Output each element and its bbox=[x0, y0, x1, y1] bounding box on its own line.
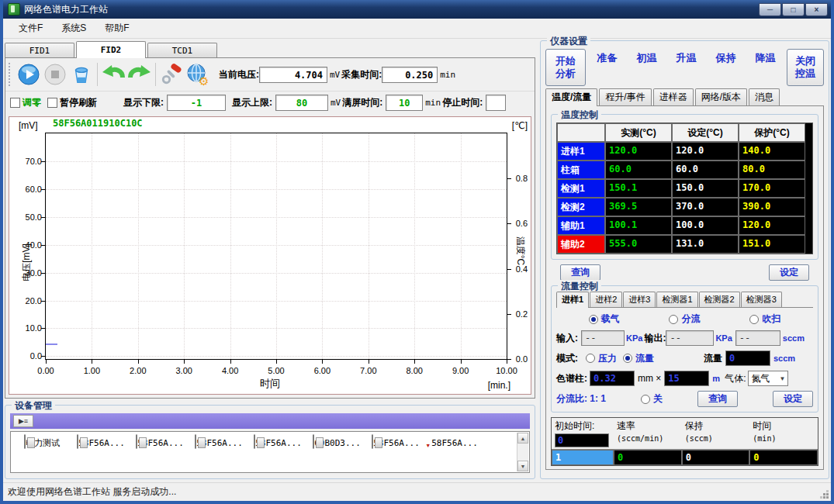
device-list-scrollbar[interactable]: ▲ ▼ bbox=[517, 433, 528, 471]
instrument-icon bbox=[313, 434, 314, 449]
tab-tcd1[interactable]: TCD1 bbox=[147, 43, 217, 57]
flow-query-button[interactable]: 查询 bbox=[697, 391, 738, 407]
device-item[interactable]: 电力测试 bbox=[12, 435, 71, 449]
flow-mode-radio[interactable] bbox=[623, 354, 632, 363]
stop-acquisition-icon[interactable] bbox=[42, 61, 68, 88]
flow-tab-detector3[interactable]: 检测器3 bbox=[741, 292, 782, 307]
detector-page: ⚙ 当前电压: 4.704 mV 采集时间: 0.250 min 调零 暂停刷新… bbox=[5, 57, 535, 399]
chart-gridline bbox=[92, 133, 92, 359]
pause-refresh-label: 暂停刷新 bbox=[60, 96, 97, 109]
resize-grip[interactable] bbox=[826, 496, 829, 499]
x-tick-mark bbox=[46, 360, 47, 364]
table-row[interactable]: 柱箱 60.0 60.0 80.0 bbox=[557, 161, 812, 179]
sample-time-field: 0.250 bbox=[382, 67, 438, 83]
maximize-button[interactable]: □ bbox=[782, 3, 805, 16]
temp-query-button[interactable]: 查询 bbox=[560, 264, 600, 281]
table-row[interactable]: 检测1 150.1 150.0 170.0 bbox=[557, 179, 812, 198]
carrier-gas-radio[interactable] bbox=[589, 315, 598, 324]
device-item[interactable]: 58F56A... bbox=[189, 435, 248, 449]
chart-plot: 0.001.002.003.004.005.006.007.008.009.00… bbox=[45, 133, 507, 360]
upper-limit-field[interactable]: 80 bbox=[275, 95, 328, 111]
input-label: 输入: bbox=[556, 332, 578, 345]
column-diameter-field[interactable]: 0.32 bbox=[590, 371, 635, 386]
gas-dropdown[interactable]: 氮气 ▼ bbox=[748, 371, 788, 386]
pressure-mode-radio[interactable] bbox=[586, 354, 595, 363]
initial-time-field[interactable]: 0 bbox=[555, 433, 609, 447]
menu-bar: 文件F 系统S 帮助F bbox=[3, 19, 831, 39]
stop-time-label: 停止时间: bbox=[442, 96, 483, 109]
table-row[interactable]: 辅助2 555.0 131.0 151.0 bbox=[557, 235, 812, 254]
flow-setpoint-field[interactable]: 0 bbox=[725, 350, 770, 366]
zero-checkbox[interactable] bbox=[10, 98, 20, 108]
lower-limit-field[interactable]: -1 bbox=[167, 95, 226, 111]
tab-fid1[interactable]: FID1 bbox=[5, 43, 74, 57]
chart-gridline bbox=[276, 133, 277, 359]
tab-program-events[interactable]: 程升/事件 bbox=[599, 88, 651, 105]
table-row[interactable]: 进样1 120.0 120.0 140.0 bbox=[557, 142, 812, 161]
tab-network-version[interactable]: 网络/版本 bbox=[695, 88, 747, 105]
device-item[interactable]: 58F56A... bbox=[71, 435, 130, 449]
flow-tab-inlet2[interactable]: 进样2 bbox=[590, 292, 622, 307]
tab-temp-flow[interactable]: 温度/流量 bbox=[545, 88, 597, 106]
x-tick-mark bbox=[276, 360, 277, 364]
undo-arrow-icon[interactable] bbox=[100, 61, 126, 88]
x-tick-mark bbox=[322, 360, 323, 364]
hold-temp-label: 保持 bbox=[716, 52, 736, 64]
tab-fid2[interactable]: FID2 bbox=[76, 41, 146, 58]
right-tick-label: 0.6 bbox=[516, 219, 528, 228]
flow-tab-detector2[interactable]: 检测器2 bbox=[699, 292, 740, 307]
x-tick-label: 8.00 bbox=[406, 366, 422, 375]
start-analysis-button[interactable]: 开始 分析 bbox=[545, 49, 586, 86]
table-row[interactable]: 检测2 369.5 370.0 390.0 bbox=[557, 198, 812, 216]
device-item[interactable]: 60B0D3... bbox=[307, 435, 366, 449]
menu-help[interactable]: 帮助F bbox=[97, 19, 137, 37]
output-label: 输出: bbox=[644, 332, 666, 345]
tab-injector[interactable]: 进样器 bbox=[653, 88, 694, 105]
split-radio[interactable] bbox=[669, 315, 678, 324]
pause-refresh-checkbox[interactable] bbox=[47, 98, 57, 108]
device-item[interactable]: 58F56A... bbox=[248, 435, 307, 449]
chevron-down-icon: ▼ bbox=[780, 375, 786, 382]
minimize-button[interactable]: ─ bbox=[759, 3, 781, 16]
close-button[interactable]: × bbox=[805, 3, 828, 16]
device-manager-group: 设备管理 ▶≡ 电力测试 58F56A... 58F56A... 58F56A.… bbox=[5, 405, 535, 479]
network-settings-icon[interactable]: ⚙ bbox=[185, 61, 211, 88]
redo-arrow-icon[interactable] bbox=[126, 61, 153, 88]
ramp-data-row[interactable]: 1 0 0 0 bbox=[552, 450, 818, 465]
detector-tabstrip: FID1 FID2 TCD1 bbox=[5, 40, 535, 57]
measured-flow-field: -- bbox=[735, 330, 780, 346]
scroll-up-icon[interactable]: ▲ bbox=[517, 433, 528, 444]
table-row[interactable]: 辅助1 100.1 100.0 120.0 bbox=[557, 216, 812, 235]
flow-tabstrip: 进样1 进样2 进样3 检测器1 检测器2 检测器3 bbox=[556, 292, 813, 308]
clear-bucket-icon[interactable] bbox=[68, 61, 95, 88]
menu-system[interactable]: 系统S bbox=[54, 19, 94, 37]
device-item[interactable]: 58F56A... bbox=[130, 435, 189, 449]
ready-label: 准备 bbox=[597, 52, 618, 64]
tools-wrench-icon[interactable] bbox=[158, 61, 185, 88]
menu-file[interactable]: 文件F bbox=[11, 19, 50, 37]
flow-set-button[interactable]: 设定 bbox=[773, 391, 813, 407]
scroll-down-icon[interactable]: ▼ bbox=[517, 461, 528, 471]
output-pressure-field: -- bbox=[666, 330, 714, 346]
off-radio[interactable] bbox=[641, 395, 650, 404]
tab-messages[interactable]: 消息 bbox=[749, 88, 780, 105]
temp-set-button[interactable]: 设定 bbox=[769, 264, 809, 281]
fullscreen-time-field[interactable]: 10 bbox=[386, 95, 423, 111]
device-item[interactable]: 58F56A... bbox=[366, 435, 425, 449]
flow-tab-inlet1[interactable]: 进样1 bbox=[556, 292, 589, 308]
stop-time-field[interactable] bbox=[486, 95, 506, 111]
split-ratio-label: 分流比: 1: 1 bbox=[556, 392, 606, 406]
device-list-button[interactable]: ▶≡ bbox=[13, 415, 33, 427]
close-temp-control-button[interactable]: 关闭 控温 bbox=[787, 49, 824, 86]
device-item[interactable]: 58F56A... bbox=[425, 435, 484, 449]
column-length-field[interactable]: 15 bbox=[664, 371, 709, 386]
flow-tab-inlet3[interactable]: 进样3 bbox=[623, 292, 656, 307]
x-tick-mark bbox=[414, 360, 415, 364]
fullscreen-time-label: 满屏时间: bbox=[342, 96, 382, 109]
flow-tab-detector1[interactable]: 检测器1 bbox=[656, 292, 697, 307]
voltage-label: 当前电压: bbox=[219, 68, 259, 81]
column-length-unit: m bbox=[712, 374, 720, 383]
upper-limit-unit: mV bbox=[330, 98, 341, 108]
start-acquisition-icon[interactable] bbox=[16, 61, 42, 88]
purge-radio[interactable] bbox=[749, 315, 759, 324]
